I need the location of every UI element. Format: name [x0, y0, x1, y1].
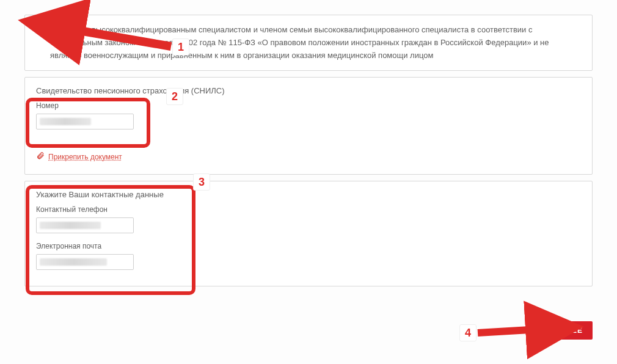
callout-number-1: 1 [172, 38, 189, 56]
declaration-panel: Я являюсь высококвалифицированным специа… [24, 15, 593, 71]
contacts-panel: Укажите Ваши контактные данные Контактны… [24, 181, 593, 286]
callout-number-3: 3 [193, 173, 210, 191]
next-button[interactable]: ДАЛЕЕ [544, 321, 593, 340]
declaration-text: Я являюсь высококвалифицированным специа… [50, 24, 581, 62]
redacted-placeholder [40, 258, 107, 266]
email-label: Электронная почта [36, 242, 581, 250]
callout-number-2: 2 [166, 88, 183, 105]
snils-number-label: Номер [36, 101, 581, 110]
redacted-placeholder [40, 222, 101, 229]
callout-number-4: 4 [459, 324, 476, 341]
snils-panel: Свидетельство пенсионного страхования (С… [24, 77, 593, 175]
contacts-title: Укажите Ваши контактные данные [36, 190, 581, 199]
redacted-placeholder [40, 118, 91, 125]
snils-title: Свидетельство пенсионного страхования (С… [36, 86, 581, 95]
attach-document-link[interactable]: Прикрепить документ [36, 151, 581, 162]
phone-label: Контактный телефон [36, 205, 581, 214]
declaration-checkbox[interactable] [36, 26, 44, 34]
svg-line-2 [478, 329, 540, 333]
attach-document-label: Прикрепить документ [48, 153, 122, 161]
paperclip-icon [36, 151, 45, 162]
